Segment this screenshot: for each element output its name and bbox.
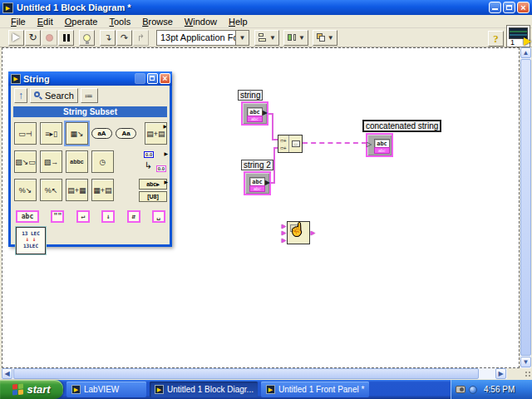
string-number-conversion-icon[interactable]: 0.0↳0.0▶ bbox=[142, 150, 167, 173]
system-tray: 4:56 PM bbox=[451, 380, 532, 399]
scroll-down-icon[interactable]: ▼ bbox=[520, 357, 531, 367]
taskbar-task-2[interactable]: Untitled 1 Block Diagr... bbox=[150, 382, 258, 397]
space-constant-icon[interactable]: ␣ bbox=[152, 210, 165, 223]
concatenate-strings-node[interactable]: ▭+ ▭+ ▭ bbox=[278, 135, 303, 153]
string-constant-icon[interactable]: abc bbox=[16, 210, 39, 223]
context-help-button[interactable]: ? bbox=[488, 31, 504, 47]
horizontal-scroll-thumb[interactable] bbox=[13, 368, 479, 379]
scan-from-string-icon[interactable]: %↖ bbox=[40, 179, 62, 201]
menu-tools[interactable]: Tools bbox=[103, 16, 136, 27]
array-to-spreadsheet-string-icon[interactable]: ▤+▦ bbox=[66, 179, 88, 201]
to-lower-case-icon[interactable]: Aa bbox=[116, 128, 136, 139]
font-selector[interactable]: 13pt Application Font ▼ bbox=[156, 30, 249, 46]
wire-string-into-node[interactable] bbox=[272, 139, 278, 140]
restore-icon bbox=[506, 5, 512, 10]
string-control-label[interactable]: string bbox=[238, 90, 263, 101]
empty-string-constant-icon[interactable]: "" bbox=[51, 210, 64, 223]
format-into-string-icon[interactable]: %↘ bbox=[14, 179, 37, 201]
wire-string2-v[interactable] bbox=[273, 147, 275, 184]
run-continuously-icon: ↻ bbox=[28, 32, 37, 43]
abort-execution-button[interactable] bbox=[42, 30, 57, 46]
to-upper-case-icon[interactable]: aA bbox=[91, 128, 112, 139]
match-regular-expression-icon[interactable]: ◷ bbox=[91, 150, 114, 173]
palette-maximize-button[interactable] bbox=[147, 73, 158, 84]
concatenate-strings-icon[interactable]: ≡▸▯ bbox=[40, 122, 62, 145]
restore-button[interactable] bbox=[503, 2, 515, 13]
highlight-execution-button[interactable] bbox=[79, 30, 95, 46]
string-length-icon[interactable]: ▭⊣ bbox=[14, 122, 37, 145]
start-button[interactable]: start bbox=[0, 380, 63, 399]
step-out-icon: ↱ bbox=[137, 32, 145, 43]
labview-app-icon[interactable] bbox=[2, 2, 13, 13]
vertical-scroll-thumb[interactable] bbox=[520, 59, 531, 356]
string-control-terminal[interactable]: abc abc ▶ bbox=[241, 101, 268, 126]
close-button[interactable]: × bbox=[517, 2, 530, 13]
horizontal-scrollbar[interactable]: ◀ ▶ bbox=[2, 368, 507, 379]
pause-button[interactable] bbox=[58, 30, 74, 46]
scroll-up-icon[interactable]: ▲ bbox=[520, 47, 531, 58]
string2-control-terminal[interactable]: abc abc ▶ bbox=[244, 171, 271, 195]
up-arrow-icon: ↑ bbox=[18, 90, 23, 101]
labview-icon bbox=[71, 385, 81, 394]
taskbar-task-1[interactable]: LabVIEW bbox=[66, 382, 146, 397]
palette-up-button[interactable]: ↑ bbox=[14, 88, 27, 103]
scroll-left-icon[interactable]: ◀ bbox=[2, 368, 12, 379]
string-subset-icon[interactable]: ▦↘ bbox=[66, 122, 88, 145]
vertical-scrollbar[interactable]: ▲ ▼ bbox=[520, 47, 531, 368]
palette-subset-header[interactable]: String Subset bbox=[13, 106, 167, 117]
screen-recorder-tray-icon[interactable] bbox=[456, 386, 466, 393]
string-conversion-icons[interactable]: abc▸[U8]▶ bbox=[139, 179, 167, 202]
chevron-down-icon: ▼ bbox=[298, 34, 305, 42]
network-tray-icon[interactable] bbox=[469, 386, 477, 394]
search-replace-string-icon[interactable]: ▧→ bbox=[40, 150, 62, 173]
palette-title-bar[interactable]: String × bbox=[8, 71, 172, 86]
submenu-arrow-icon: ▶ bbox=[164, 179, 168, 185]
resize-grip[interactable] bbox=[527, 375, 530, 378]
vi-icon-thumbnail[interactable]: 1 bbox=[506, 25, 530, 47]
screen: Untitled 1 Block Diagram * × FileEditOpe… bbox=[0, 0, 532, 399]
string2-control-label[interactable]: string 2 bbox=[241, 160, 273, 170]
concatenated-string-terminal[interactable]: abc abc ▷ bbox=[366, 133, 393, 157]
palette-close-button[interactable]: × bbox=[160, 73, 170, 84]
distribute-objects-button[interactable]: ▼ bbox=[283, 30, 308, 46]
step-into-button[interactable]: ↴ bbox=[100, 30, 116, 46]
string-constants-row: abc""↵↓⇵␣ bbox=[16, 210, 165, 223]
menu-window[interactable]: Window bbox=[179, 16, 223, 27]
menu-help[interactable]: Help bbox=[223, 16, 254, 27]
step-out-button[interactable]: ↱ bbox=[133, 30, 149, 46]
input-terminal-icon: ► bbox=[280, 237, 288, 244]
run-continuously-button[interactable]: ↻ bbox=[25, 30, 41, 46]
concatenated-string-label[interactable]: concatenated string bbox=[362, 120, 441, 132]
palette-minimize-button[interactable] bbox=[135, 73, 145, 84]
spreadsheet-string-to-array-icon[interactable]: ▦+▤ bbox=[91, 179, 114, 201]
end-of-line-constant-icon[interactable]: ⇵ bbox=[127, 210, 140, 223]
menu-operate[interactable]: Operate bbox=[59, 16, 104, 27]
menu-browse[interactable]: Browse bbox=[136, 16, 179, 27]
align-objects-button[interactable]: ▼ bbox=[254, 30, 279, 46]
font-selector-dropdown[interactable]: ▼ bbox=[235, 31, 249, 45]
match-pattern-icon[interactable]: abbc bbox=[66, 150, 88, 173]
task-buttons: LabVIEWUntitled 1 Block Diagr...Untitled… bbox=[63, 382, 369, 397]
reorder-button[interactable]: ▼ bbox=[313, 30, 337, 46]
line-feed-constant-icon[interactable]: ↓ bbox=[101, 210, 115, 223]
wire-string2-into-node[interactable] bbox=[273, 147, 278, 149]
distribute-objects-icon bbox=[287, 32, 297, 42]
scroll-right-icon[interactable]: ▶ bbox=[495, 368, 506, 379]
run-button[interactable] bbox=[8, 30, 24, 46]
taskbar-task-3[interactable]: Untitled 1 Front Panel * bbox=[261, 382, 369, 397]
wire-string-v[interactable] bbox=[272, 113, 273, 140]
hand-cursor-icon: ☝ bbox=[289, 222, 305, 237]
trim-whitespace-icon[interactable]: 13 LEC ↓ ↓ 13LEC bbox=[16, 227, 46, 254]
minimize-button[interactable] bbox=[489, 2, 501, 13]
palette-search-button[interactable]: Search bbox=[30, 88, 78, 103]
additional-string-functions-icon[interactable]: ▤+▤▶ bbox=[145, 122, 167, 145]
carriage-return-constant-icon[interactable]: ↵ bbox=[76, 210, 90, 223]
palette-view-options-button[interactable]: ≔ bbox=[81, 88, 98, 103]
task-label: LabVIEW bbox=[84, 385, 119, 394]
run-icon bbox=[12, 33, 20, 42]
step-over-button[interactable]: ↷ bbox=[116, 30, 132, 46]
replace-substring-icon[interactable]: ▨↘▭ bbox=[14, 150, 37, 173]
menu-file[interactable]: File bbox=[5, 16, 32, 27]
menu-edit[interactable]: Edit bbox=[32, 16, 59, 27]
wire-node-to-indicator[interactable] bbox=[303, 142, 367, 144]
